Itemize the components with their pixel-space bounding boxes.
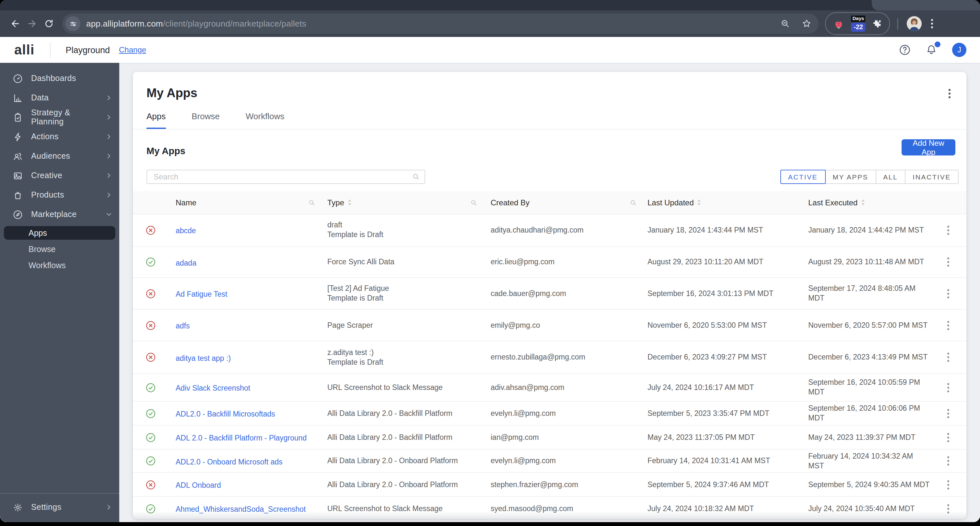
browser-profile-avatar[interactable] [907,16,922,31]
type-line: Template is Draft [327,294,483,303]
app-type: Alli Data Library 2.0 - Backfill Platfor… [321,432,483,442]
reload-icon[interactable] [40,15,57,32]
strawberry-extension-icon[interactable] [833,18,845,29]
sidebar-item-actions[interactable]: Actions [0,127,119,146]
row-menu-kebab-icon[interactable] [930,257,966,267]
row-menu-kebab-icon[interactable] [930,289,966,298]
app-name-link[interactable]: ADL 2.0 - Backfill Platform - Playground [176,434,307,442]
app-name-link[interactable]: abcde [176,227,196,235]
column-last-executed[interactable]: Last Executed [803,191,930,214]
sidebar-item-apps[interactable]: Apps [4,226,115,240]
address-bar-actions [780,14,812,34]
app-name-link[interactable]: ADL2.0 - Onboard Microsoft ads [176,458,283,466]
app-name-link[interactable]: ADL2.0 - Backfill Microsoftads [176,410,275,418]
row-menu-kebab-icon[interactable] [930,432,966,442]
sidebar-item-products[interactable]: Products [0,185,119,205]
sidebar-item-dashboards[interactable]: Dashboards [0,69,119,88]
column-created-by-search-icon[interactable] [629,199,637,206]
search-icon[interactable] [412,172,421,181]
address-bar[interactable]: app.alliplatform.com/client/playground/m… [62,14,819,34]
sidebar-item-label: Audiences [31,152,70,161]
sidebar-item-data[interactable]: Data [0,88,119,108]
search-input[interactable] [146,170,425,184]
column-name[interactable]: Name [163,191,321,214]
bookmark-star-icon[interactable] [801,18,812,29]
app-name-link[interactable]: ADL Onboard [176,481,221,489]
tab-workflows[interactable]: Workflows [246,111,284,129]
table-row: Ad Fatigue Test[Test 2] Ad FatigueTempla… [133,278,966,310]
chevron-right-icon [105,503,113,511]
app-type: Alli Data Library 2.0 - Backfill Platfor… [321,408,483,418]
column-name-search-icon[interactable] [308,199,316,206]
card-menu-kebab-icon[interactable] [948,89,951,99]
sidebar-item-settings[interactable]: Settings [0,497,119,517]
compass-icon [12,209,23,220]
tab-apps[interactable]: Apps [146,111,165,129]
forward-icon[interactable] [23,15,40,32]
alli-logo[interactable]: alli [14,42,34,58]
tab-strip [0,0,980,10]
column-type-search-icon[interactable] [470,199,478,206]
column-actions [930,191,966,214]
row-menu-kebab-icon[interactable] [930,408,966,418]
app-type: URL Screenshot to Slack Message [321,383,483,392]
filter-all[interactable]: ALL [875,170,905,184]
user-avatar[interactable]: J [952,43,966,57]
extensions-puzzle-icon[interactable] [872,19,883,29]
workspace-name: Playground [65,45,110,55]
back-icon[interactable] [6,15,23,32]
app-name-link[interactable]: adfs [176,322,190,330]
row-menu-kebab-icon[interactable] [930,320,966,330]
sidebar-item-browse[interactable]: Browse [4,241,115,257]
type-line: Alli Data Library 2.0 - Backfill Platfor… [327,432,483,442]
column-last-updated[interactable]: Last Updated [642,191,803,214]
add-new-app-button[interactable]: Add New App [902,139,955,156]
gauge-icon [12,73,23,84]
filter-active[interactable]: ACTIVE [780,170,826,184]
type-line: Template is Draft [327,230,483,240]
app-name-link[interactable]: Ahmed_WhiskersandSoda_Screenshot [176,505,305,513]
sidebar-item-label: Creative [31,171,62,180]
filter-my-apps[interactable]: MY APPS [825,170,876,184]
filter-inactive[interactable]: INACTIVE [905,170,959,184]
notifications-bell-icon[interactable] [925,43,938,56]
app-name-link[interactable]: Ad Fatigue Test [176,290,227,298]
row-menu-kebab-icon[interactable] [930,353,966,362]
window-content: app.alliplatform.com/client/playground/m… [0,0,980,522]
table-row: Ahmed_WhiskersandSoda_ScreenshotURL Scre… [133,497,966,519]
sidebar-item-audiences[interactable]: Audiences [0,146,119,166]
help-icon[interactable] [898,43,911,56]
sidebar-item-label: Marketplace [31,210,77,219]
column-type[interactable]: Type [321,191,483,214]
sidebar-item-marketplace[interactable]: Marketplace [0,205,119,224]
row-menu-kebab-icon[interactable] [930,383,966,392]
app-name-link[interactable]: aditya test app :) [176,354,231,362]
sidebar-item-workflows[interactable]: Workflows [4,257,115,273]
column-last-updated-sort-icon[interactable] [697,199,702,206]
zoom-out-icon[interactable] [780,18,791,29]
row-menu-kebab-icon[interactable] [930,456,966,466]
row-menu-kebab-icon[interactable] [930,480,966,489]
row-menu-kebab-icon[interactable] [930,504,966,513]
browser-menu-kebab-icon[interactable] [931,19,934,29]
sidebar-item-strategy-planning[interactable]: Strategy & Planning [0,108,119,127]
column-type-sort-icon[interactable] [347,199,352,206]
type-line: Alli Data Library 2.0 - Onboard Platform [327,480,483,489]
row-menu-kebab-icon[interactable] [930,225,966,235]
column-last-executed-sort-icon[interactable] [861,199,865,206]
created-by: adiv.ahsan@pmg.com [483,383,642,392]
app-name-link[interactable]: Adiv Slack Screenshot [176,384,250,392]
tab-browse[interactable]: Browse [191,111,220,129]
days-extension-badge[interactable]: Days -22 [851,16,865,32]
toolbar-separator [897,18,899,29]
app-name-link[interactable]: adada [176,259,196,267]
sidebar-item-creative[interactable]: Creative [0,166,119,185]
change-workspace-link[interactable]: Change [119,45,146,54]
table-row: ADL 2.0 - Backfill Platform - Playground… [133,426,966,450]
status-ok-icon [133,504,163,513]
sidebar-sublist: AppsBrowseWorkflows [0,226,119,273]
site-settings-icon[interactable] [65,16,80,31]
table-row: ADL2.0 - Backfill MicrosoftadsAlli Data … [133,402,966,426]
column-created-by[interactable]: Created By [483,191,642,214]
sidebar-item-label: Actions [31,132,59,141]
